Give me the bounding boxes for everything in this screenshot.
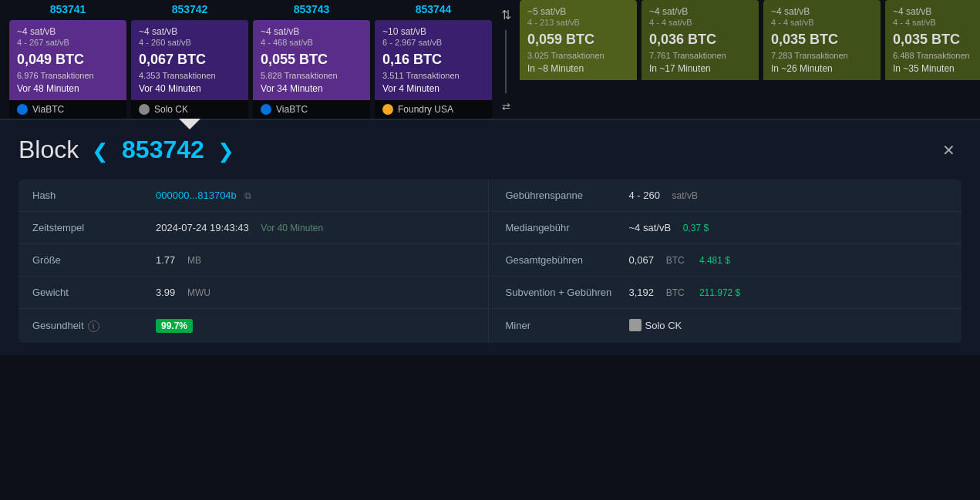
block-time: In ~26 Minuten <box>771 63 873 74</box>
miner-name: ViaBTC <box>276 104 308 115</box>
sat-range: 4 - 4 sat/vB <box>893 18 980 27</box>
pending-block-card[interactable]: ~4 sat/vB 4 - 4 sat/vB 0,036 BTC 7.761 T… <box>642 0 759 119</box>
block-card-853742[interactable]: 853742 ~4 sat/vB 4 - 260 sat/vB 0,067 BT… <box>131 0 248 119</box>
block-number-label: 853741 <box>9 0 126 20</box>
pending-blocks: ~5 sat/vB 4 - 213 sat/vB 0,059 BTC 3.025… <box>514 0 980 119</box>
row-value-container: 000000...813704b⧉ <box>156 190 251 201</box>
title-label: Block <box>19 136 79 163</box>
detail-header: Block ❮ 853742 ❯ ✕ <box>19 136 961 164</box>
miner-icon <box>139 104 150 115</box>
row-unit: MWU <box>187 287 210 298</box>
row-usd: 0,37 $ <box>683 223 709 233</box>
copy-icon[interactable]: ⧉ <box>244 190 251 201</box>
tx-count: 6.488 Transaktionen <box>893 51 980 60</box>
btc-value: 0,055 BTC <box>261 52 362 68</box>
nav-left-icon[interactable]: ❮ <box>92 139 109 163</box>
block-card-853744[interactable]: 853744 ~10 sat/vB 6 - 2.967 sat/vB 0,16 … <box>375 0 492 119</box>
detail-row-gewicht: Gewicht 3.99 MWU <box>19 277 488 309</box>
miner-footer: Foundry USA <box>375 100 492 119</box>
sat-range: 6 - 2.967 sat/vB <box>382 38 484 47</box>
detail-row-gebührenspanne: Gebührenspanne 4 - 260 sat/vB <box>492 180 962 212</box>
sat-avg: ~4 sat/vB <box>261 26 362 37</box>
row-value: 4 - 260 <box>629 190 660 201</box>
detail-right-column: Gebührenspanne 4 - 260 sat/vB Mediangebü… <box>492 180 962 343</box>
row-value: 3,192 <box>629 287 655 298</box>
sat-avg: ~10 sat/vB <box>382 26 484 37</box>
block-divider: ⇅ ⇄ <box>498 0 514 119</box>
block-card-853743[interactable]: 853743 ~4 sat/vB 4 - 468 sat/vB 0,055 BT… <box>253 0 370 119</box>
row-value-container: Solo CK <box>629 319 682 331</box>
tx-count: 3.511 Transaktionen <box>382 71 484 80</box>
row-value: 0,067 <box>629 254 655 266</box>
row-label: Subvention + Gebühren <box>506 287 629 298</box>
health-badge: 99.7% <box>156 319 193 333</box>
row-unit: sat/vB <box>672 190 698 201</box>
row-unit: BTC <box>666 255 685 266</box>
miner-footer: ViaBTC <box>253 100 370 119</box>
row-value-container: 4 - 260 sat/vB <box>629 190 698 201</box>
row-label: Zeitstempel <box>32 222 156 233</box>
sat-range: 4 - 213 sat/vB <box>527 18 629 27</box>
row-value: 1.77 <box>156 254 175 266</box>
row-label: Gesundheiti <box>32 320 156 332</box>
row-label: Miner <box>506 320 629 331</box>
block-number-label: 853744 <box>375 0 492 20</box>
row-label: Mediangebühr <box>506 222 629 233</box>
pending-block-card[interactable]: ~4 sat/vB 4 - 4 sat/vB 0,035 BTC 6.488 T… <box>885 0 980 119</box>
block-time: Vor 48 Minuten <box>17 83 119 94</box>
row-value-container: 1.77 MB <box>156 254 201 266</box>
pending-block-card[interactable]: ~4 sat/vB 4 - 4 sat/vB 0,035 BTC 7.283 T… <box>763 0 881 119</box>
block-number-label: 853742 <box>131 0 248 20</box>
confirmed-blocks: 853741 ~4 sat/vB 4 - 267 sat/vB 0,049 BT… <box>0 0 498 119</box>
tx-count: 3.025 Transaktionen <box>527 51 629 60</box>
detail-grid: Hash 000000...813704b⧉ Zeitstempel 2024-… <box>19 180 961 343</box>
pending-block-card[interactable]: ~5 sat/vB 4 - 213 sat/vB 0,059 BTC 3.025… <box>520 0 637 119</box>
selected-arrow <box>179 119 200 129</box>
sat-range: 4 - 260 sat/vB <box>139 38 241 47</box>
sat-avg: ~4 sat/vB <box>893 6 980 17</box>
app-container: 853741 ~4 sat/vB 4 - 267 sat/vB 0,049 BT… <box>0 0 980 355</box>
sat-avg: ~4 sat/vB <box>771 6 873 17</box>
detail-row-zeitstempel: Zeitstempel 2024-07-24 19:43:43 Vor 40 M… <box>19 212 488 244</box>
info-icon[interactable]: i <box>88 320 99 332</box>
hash-link[interactable]: 000000...813704b <box>156 190 237 201</box>
sat-range: 4 - 267 sat/vB <box>17 38 119 47</box>
row-label: Gebührenspanne <box>506 190 629 201</box>
miner-name: Foundry USA <box>398 104 453 115</box>
miner-icon <box>17 104 28 115</box>
row-value: ~4 sat/vB <box>629 222 672 233</box>
block-number: 853742 <box>122 136 204 163</box>
nav-right-icon[interactable]: ❯ <box>217 139 234 163</box>
miner-name: Solo CK <box>154 104 188 115</box>
detail-row-subvention-plus-gebühren: Subvention + Gebühren 3,192 BTC 211.972 … <box>492 277 962 309</box>
close-button[interactable]: ✕ <box>936 138 961 163</box>
block-card-853741[interactable]: 853741 ~4 sat/vB 4 - 267 sat/vB 0,049 BT… <box>9 0 126 119</box>
sat-avg: ~4 sat/vB <box>17 26 119 37</box>
btc-value: 0,036 BTC <box>649 32 751 48</box>
sat-range: 4 - 4 sat/vB <box>649 18 751 27</box>
miner-value: Solo CK <box>629 319 682 331</box>
row-usd: 211.972 $ <box>699 287 740 298</box>
detail-title: Block ❮ 853742 ❯ <box>19 136 234 164</box>
sat-avg: ~4 sat/vB <box>139 26 241 37</box>
row-value: 2024-07-24 19:43:43 <box>156 222 249 233</box>
blocks-strip: 853741 ~4 sat/vB 4 - 267 sat/vB 0,049 BT… <box>0 0 980 119</box>
row-unit: BTC <box>666 287 685 298</box>
block-time: In ~8 Minuten <box>527 63 629 74</box>
btc-value: 0,16 BTC <box>382 52 484 68</box>
block-time: Vor 34 Minuten <box>261 83 362 94</box>
btc-value: 0,035 BTC <box>893 32 980 48</box>
btc-value: 0,035 BTC <box>771 32 873 48</box>
row-value-container: ~4 sat/vB 0,37 $ <box>629 222 709 233</box>
detail-row-gesamtgebühren: Gesamtgebühren 0,067 BTC 4.481 $ <box>492 244 962 277</box>
row-subtext: Vor 40 Minuten <box>261 223 323 233</box>
row-value-container: 99.7% <box>156 319 193 333</box>
miner-name: Solo CK <box>645 320 682 331</box>
block-time: In ~17 Minuten <box>649 63 751 74</box>
detail-row-größe: Größe 1.77 MB <box>19 244 488 277</box>
row-usd: 4.481 $ <box>699 255 730 266</box>
miner-name: ViaBTC <box>32 104 64 115</box>
tx-count: 7.761 Transaktionen <box>649 51 751 60</box>
block-time: Vor 40 Minuten <box>139 83 241 94</box>
row-value-container: 0,067 BTC 4.481 $ <box>629 254 730 266</box>
